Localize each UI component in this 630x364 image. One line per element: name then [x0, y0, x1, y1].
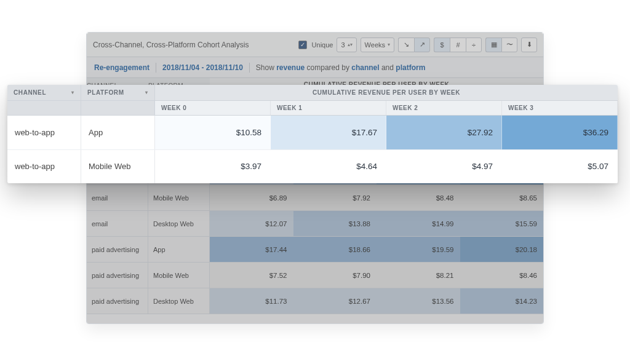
count-stepper[interactable]: 3 ▴▾ [337, 38, 356, 52]
table-row: web-to-app App $10.58$17.67$27.92$36.29 [7, 116, 618, 150]
platform-cell: App [148, 237, 210, 262]
unique-toggle[interactable]: ✓ Unique [298, 38, 333, 52]
week-header: WEEK 0 [155, 101, 271, 115]
dim1-link[interactable]: channel [351, 63, 379, 72]
value-cell: $17.67 [271, 116, 386, 149]
value-cell: $13.88 [293, 211, 377, 236]
unique-label: Unique [312, 41, 333, 49]
value-cell: $36.29 [502, 116, 618, 149]
value-mode-group: $ # ÷ [434, 38, 482, 52]
value-cell: $8.48 [377, 185, 460, 210]
channel-cell: web-to-app [7, 150, 81, 184]
sort-icon: ▾ [145, 90, 148, 95]
value-cell: $3.97 [155, 150, 271, 184]
value-cell: $12.67 [293, 288, 377, 314]
divide-icon: ÷ [472, 41, 476, 49]
channel-cell: paid advertising [87, 288, 148, 314]
sort-icon: ▾ [71, 90, 74, 95]
divide-button[interactable]: ÷ [466, 38, 482, 52]
week-header: WEEK 2 [386, 101, 502, 115]
channel-cell: email [87, 211, 148, 236]
divider [156, 63, 156, 73]
channel-cell: paid advertising [87, 263, 148, 288]
filter-summary-bar: Re-engagement 2018/11/04 - 2018/11/10 Sh… [87, 57, 543, 78]
decay-icon: ↘ [404, 41, 409, 49]
channel-header[interactable]: CHANNEL▾ [7, 85, 81, 100]
hash-button[interactable]: # [450, 38, 466, 52]
view-mode-group: ▦ 〜 [485, 38, 517, 52]
value-cell: $27.92 [386, 116, 502, 149]
value-cell: $8.46 [460, 263, 544, 288]
value-cell: $14.23 [460, 288, 544, 314]
value-cell: $19.59 [377, 237, 460, 262]
value-cell: $18.66 [293, 237, 377, 262]
value-cell: $7.52 [210, 263, 293, 288]
channel-cell: email [87, 185, 148, 210]
platform-cell: Desktop Web [148, 288, 210, 314]
table-row: web-to-app Mobile Web $3.97$4.64$4.97$5.… [7, 150, 618, 184]
table-row: email Mobile Web $6.89$7.92$8.48$8.65 [87, 185, 543, 211]
platform-cell: Mobile Web [81, 150, 155, 184]
week-header: WEEK 1 [271, 101, 386, 115]
value-cell: $7.92 [293, 185, 377, 210]
platform-cell: Mobile Web [148, 185, 210, 210]
value-cell: $10.58 [155, 116, 271, 149]
cohort-link[interactable]: Re-engagement [94, 63, 150, 72]
metric-title: CUMULATIVE REVENUE PER USER BY WEEK [155, 85, 618, 100]
channel-cell: paid advertising [87, 237, 148, 262]
platform-header[interactable]: PLATFORM▾ [81, 85, 155, 100]
checkbox-icon: ✓ [298, 41, 307, 49]
value-cell: $15.59 [460, 211, 544, 236]
date-range-link[interactable]: 2018/11/04 - 2018/11/10 [162, 63, 243, 72]
dollar-button[interactable]: $ [434, 38, 450, 52]
value-cell: $20.18 [460, 237, 544, 262]
growth-icon: ↗ [420, 41, 425, 49]
value-cell: $17.44 [210, 237, 293, 262]
chevron-down-icon: ▾ [388, 42, 390, 47]
value-cell: $8.21 [377, 263, 460, 288]
value-cell: $6.89 [210, 185, 293, 210]
table-row: paid advertising App $17.44$18.66$19.59$… [87, 237, 543, 263]
metric-link[interactable]: revenue [276, 63, 305, 72]
value-cell: $4.97 [386, 150, 502, 184]
platform-cell: App [81, 116, 155, 149]
channel-cell: web-to-app [7, 116, 81, 149]
chart-view-button[interactable]: 〜 [501, 38, 517, 52]
value-cell: $13.56 [377, 288, 460, 314]
value-cell: $8.65 [460, 185, 544, 210]
line-chart-icon: 〜 [506, 40, 513, 49]
download-button[interactable]: ⬇ [521, 38, 537, 52]
value-cell: $14.99 [377, 211, 460, 236]
table-view-button[interactable]: ▦ [485, 38, 501, 52]
value-cell: $4.64 [271, 150, 386, 184]
stepper-icon: ▴▾ [348, 42, 353, 47]
platform-cell: Desktop Web [148, 211, 210, 236]
table-row: email Desktop Web $12.07$13.88$14.99$15.… [87, 211, 543, 237]
week-header: WEEK 3 [502, 101, 618, 115]
download-icon: ⬇ [527, 41, 532, 49]
dim2-link[interactable]: platform [396, 63, 425, 72]
value-cell: $7.90 [293, 263, 377, 288]
sentence: Show revenue compared by channel and pla… [256, 63, 426, 72]
value-cell: $5.07 [502, 150, 618, 184]
divider [249, 63, 250, 73]
decay-curve-button[interactable]: ↘ [398, 38, 414, 52]
curve-mode-group: ↘ ↗ [398, 38, 430, 52]
value-cell: $11.73 [210, 288, 293, 314]
table-row: paid advertising Desktop Web $11.73$12.6… [87, 288, 543, 314]
value-cell: $12.07 [210, 211, 293, 236]
platform-cell: Mobile Web [148, 263, 210, 288]
highlight-card: CHANNEL▾ PLATFORM▾ CUMULATIVE REVENUE PE… [7, 85, 618, 183]
toolbar: Cross-Channel, Cross-Platform Cohort Ana… [87, 33, 543, 57]
table-row: paid advertising Mobile Web $7.52$7.90$8… [87, 263, 543, 288]
panel-title: Cross-Channel, Cross-Platform Cohort Ana… [93, 41, 249, 49]
growth-curve-button[interactable]: ↗ [414, 38, 430, 52]
dollar-icon: $ [440, 41, 444, 49]
hash-icon: # [456, 41, 460, 49]
grid-icon: ▦ [491, 41, 497, 49]
unit-select[interactable]: Weeks ▾ [361, 38, 394, 52]
